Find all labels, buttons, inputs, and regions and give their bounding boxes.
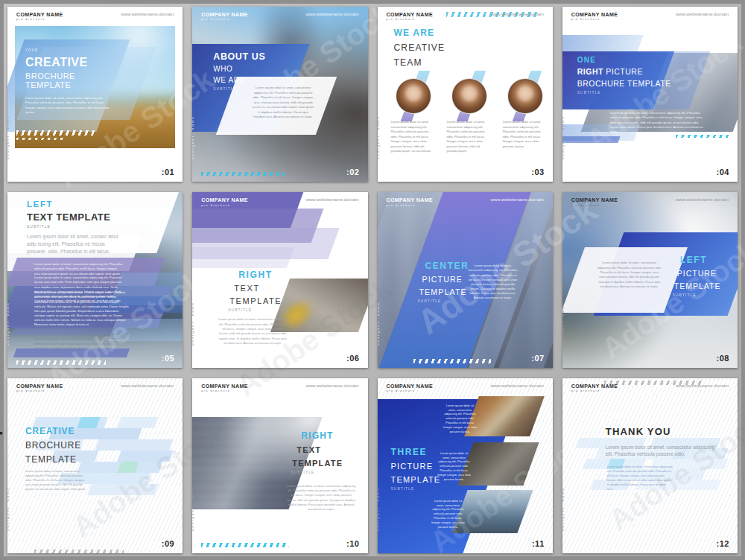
designer-credit: designer: name [192,115,194,159]
mosaic-tile [95,439,173,451]
page-number: :11 [532,539,545,548]
cover-body-text: Lorem ipsum dolor sit amet, consectetur … [25,96,113,115]
portrait-photo [507,78,543,114]
page-header: COMPANY NAMEpro brochure www.websitename… [387,197,544,207]
hatch-stripes-small [16,138,64,140]
company-name-text: COMPANY NAME [571,12,618,17]
body-paragraph-3: Mauris pharetra suscipit elementum. Cras… [34,290,130,327]
body-text: Lorem ipsum dolor sit amet, consectetur … [286,484,356,512]
mosaic-tile [87,484,158,495]
company-name-text: COMPANY NAME [16,384,63,389]
section-subtitle: SUBTITLE [27,224,122,229]
cover-title-line2: WHO [213,65,265,73]
cover-subtitle: SUBTITLE [391,486,441,491]
section-title: TEXT TEMPLATE [27,211,122,223]
company-tagline: pro brochure [387,18,434,21]
company-tagline: pro brochure [387,389,434,392]
cover-title: RIGHT PICTURE [577,67,671,76]
designer-credit: designer: name [378,115,380,159]
page-header: COMPANY NAMEpro brochure www.websitename… [201,384,358,393]
cyan-dash-stripes [201,543,289,547]
page-header: COMPANY NAMEpro brochure www.websitename… [571,197,729,207]
page-number: :06 [346,354,359,363]
brochure-picture-08: COMPANY NAMEpro brochure www.websitename… [562,192,738,367]
member-text: Lorem ipsum dolor sit amet, consectetur … [391,120,434,154]
page-header: COMPANY NAMEpro brochure www.websitename… [387,12,544,22]
company-tagline: pro brochure [201,204,248,207]
company-name: COMPANY NAMEpro brochure [201,197,248,207]
company-tagline: pro brochure [571,389,618,392]
website-url: www.websitename.domain [305,384,358,388]
section-title-line2: TEMPLATE [229,296,282,305]
cover-text-block: ONE RIGHT PICTURE BROCHURE TEMPLATE SUBT… [577,56,671,95]
mosaic-tile [117,417,158,428]
blue-band-bottom [562,136,621,143]
brochure-cover-04: COMPANY NAMEpro brochure www.websitename… [562,7,738,182]
cover-title-line2: TEMPLATE [419,287,469,296]
cover-title-line2: TEMPLATE [674,281,721,290]
page-number: :01 [162,168,174,176]
section-title: TEXT [234,284,282,293]
stock-image-canvas: COMPANY NAMEpro brochure www.websitename… [0,0,745,560]
company-name: COMPANY NAMEpro brochure [571,197,618,207]
kicker-label: THREE [391,447,441,457]
section-subtitle: SUBTITLE [291,470,343,474]
cover-title: BROCHURE [25,440,81,451]
section-title-line2: TEMPLATE [292,459,343,468]
stock-id-watermark: Adobe Stock | #279627649 [0,313,3,560]
cover-title-line2: BROCHURE TEMPLATE [25,71,122,89]
section-title: CREATIVE [394,42,446,53]
cover-text-block: CENTER PICTURE TEMPLATE SUBTITLE [425,261,469,303]
brochure-thankyou-12: COMPANY NAMEpro brochure www.websitename… [562,378,738,553]
body-paragraph-1: Lorem ipsum dolor sit amet, consectetur … [34,262,124,276]
body-text: Lorem ipsum dolor sit amet, consectetur … [218,317,288,346]
page-number: :04 [717,168,729,176]
kicker-label: LEFT [680,255,721,265]
company-name-text: COMPANY NAME [571,384,618,389]
hatch-stripes-gray [34,550,124,553]
body-text: Lorem ipsum dolor sit amet, consectetur … [607,465,673,491]
company-name-text: COMPANY NAME [201,12,248,17]
company-name-text: COMPANY NAME [201,197,248,203]
kicker-label: CREATIVE [25,426,81,436]
intro-paragraph: Lorem ipsum dolor sit amet, consec tetur… [27,233,122,255]
member-text: Lorem ipsum dolor sit amet, consectetur … [503,120,546,149]
page-header: COMPANY NAMEpro brochure www.websitename… [571,384,729,393]
brochure-cover-02: COMPANY NAMEpro brochure www.websitename… [192,7,367,182]
team-member: Lorem ipsum dolor sit amet, consectetur … [388,75,438,169]
body-text: Lorem ipsum dolor sit amet, consectetur … [25,469,86,492]
designer-credit: designer: name [7,302,10,346]
designer-credit: designer: name [7,487,10,531]
website-url: www.websitename.domain [676,12,729,16]
portrait-photo [396,78,431,114]
team-member: Lorem ipsum dolor sit amet, consectetur … [444,75,494,169]
cover-title-line2: TEMPLATE [25,454,81,465]
designer-credit: designer: name [7,115,10,159]
brochure-team-03: COMPANY NAMEpro brochure www.websitename… [378,7,553,182]
cover-title-line2: TEMPLATE [391,475,441,484]
company-name: COMPANY NAMEpro brochure [387,384,434,393]
cyan-dash-stripes [676,135,729,138]
lead-paragraph: Lorem ipsum dolor sit amet, consectetur … [606,444,719,459]
cover-text-block: CREATIVE BROCHURE TEMPLATE [25,426,81,465]
company-name: COMPANY NAMEpro brochure [387,197,434,207]
page-number: :05 [162,354,174,363]
company-tagline: pro brochure [16,389,63,392]
cover-title: PICTURE [422,275,469,284]
cover-title: CREATIVE [25,56,122,69]
designer-credit: designer: name [192,302,194,346]
website-url: www.websitename.domain [121,384,174,388]
section-heading: WE ARE CREATIVE TEAM [394,28,446,68]
kicker-label: ONE [577,56,671,64]
page-header: COMPANY NAMEpro brochure www.websitename… [571,12,729,22]
cover-body-text: Lorem ipsum dolor sit amet, consectetur … [252,86,314,120]
website-url: www.websitename.domain [491,384,544,388]
team-member: Lorem ipsum dolor sit amet, consectetur … [500,75,550,169]
website-url: www.websitename.domain [676,384,729,388]
photo-caption-2: Lorem ipsum dolor sit amet, consectetur … [437,451,472,482]
company-name: COMPANY NAMEpro brochure [571,384,618,393]
mosaic-tile [117,451,173,462]
website-url: www.websitename.domain [305,197,358,202]
designer-credit: designer: name [192,487,194,531]
company-name-text: COMPANY NAME [387,197,434,203]
